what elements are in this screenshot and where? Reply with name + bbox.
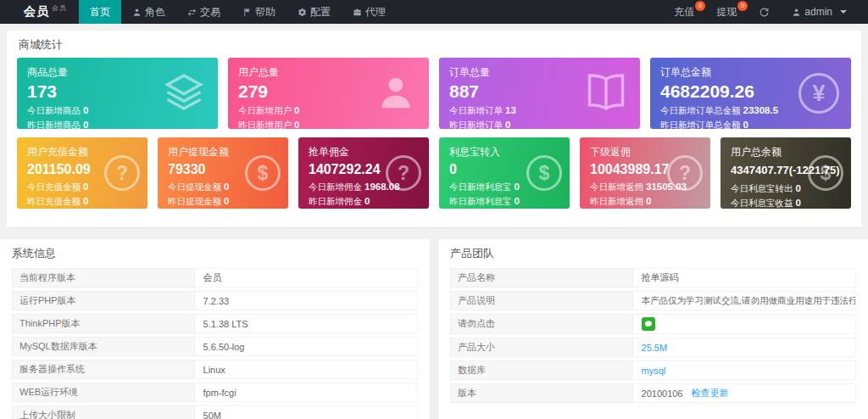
product-size-link[interactable]: 25.5M	[642, 343, 668, 353]
row-label: 产品名称	[450, 268, 633, 288]
stat-line-value: 23308.5	[743, 105, 779, 115]
nav-item-label: 配置	[310, 5, 331, 20]
stat-line-value: 0	[505, 120, 510, 129]
table-row: MySQL数据库版本 5.6.50-log	[12, 337, 418, 356]
stat-line-label: 昨日新增订单	[449, 120, 503, 129]
stat-line-label: 今日新增利息宝	[449, 182, 512, 192]
stat-line-label: 昨日新增佣金	[309, 196, 362, 206]
stat-line-label: 昨日新增订单总金额	[660, 120, 741, 129]
stat-line-label: 昨日充值金额	[27, 196, 81, 206]
database-link[interactable]: mysql	[642, 366, 666, 376]
exchange-icon	[187, 8, 197, 17]
system-info-title: 系统信息	[0, 239, 430, 266]
stat-line-value: 0	[294, 120, 299, 129]
recharge-label: 充值	[674, 5, 694, 20]
briefcase-icon	[353, 8, 362, 17]
stats-row-2: 用户充值金额 201150.09 今日充值金额0 昨日充值金额0 ? 用户提现金…	[7, 137, 861, 209]
yuan-circle-icon: ¥	[798, 73, 839, 114]
flag-icon	[242, 8, 252, 17]
stat-line-label: 今日新增用户	[238, 105, 292, 115]
bottom-section: 系统信息 当前程序版本 会员 运行PHP版本 7.2.33 ThinkPHP版本…	[0, 239, 868, 419]
nav-item-trade[interactable]: 交易	[176, 0, 231, 24]
stat-card-rebate: 下级返佣 10043989.17 今日新增返佣31505.03 昨日新增返佣0 …	[580, 137, 710, 209]
recharge-badge: 0	[695, 1, 705, 11]
stat-card-withdraw-amount: 用户提现金额 79330 今日提现金额0 昨日提现金额0 $	[158, 137, 288, 209]
stat-card-recharge-amount: 用户充值金额 201150.09 今日充值金额0 昨日充值金额0 ?	[17, 137, 147, 209]
nav-item-agent[interactable]: 代理	[342, 0, 397, 24]
dollar-circle-icon: $	[808, 155, 843, 191]
top-navbar: 会员 会员 首页 角色 交易 帮助 配置 代理 充值 0	[0, 0, 868, 24]
stat-card-interest-in: 利息宝转入 0 今日新增利息宝0 昨日新增利息宝0 $	[439, 137, 570, 209]
row-label: 当前程序版本	[12, 268, 195, 288]
stat-line-value: 0	[83, 196, 88, 206]
nav-item-roles[interactable]: 角色	[121, 0, 176, 24]
table-row: WEB运行环境 fpm-fcgi	[12, 383, 418, 402]
user-menu[interactable]: admin	[781, 0, 858, 24]
stat-line-label: 今日利息宝收益	[731, 198, 793, 208]
row-label: 产品说明	[450, 291, 633, 310]
stats-row-1: 商品总量 173 今日新增商品0 昨日新增商品0 用户总量 279 今日新增用户…	[7, 58, 861, 129]
row-label: MySQL数据库版本	[12, 337, 195, 356]
stat-card-total-balance: 用户总余额 4347407.77(-1221.75) 今日利息宝转出0 今日利息…	[721, 137, 851, 209]
table-row: 当前程序版本 会员	[12, 268, 418, 288]
stat-line-value: 0	[646, 196, 651, 206]
stat-line-label: 昨日新增用户	[238, 120, 292, 129]
stat-line-value: 0	[83, 182, 88, 192]
book-icon	[584, 70, 628, 117]
stat-card-commission: 抢单佣金 1407292.24 今日新增佣金1968.08 昨日新增佣金0 ?	[298, 137, 429, 209]
dollar-circle-icon: $	[245, 155, 281, 191]
stat-line-value: 0	[294, 105, 299, 115]
user-icon	[792, 8, 801, 17]
person-icon	[132, 8, 142, 17]
row-value: 5.1.38 LTS	[203, 319, 248, 329]
refresh-icon	[759, 7, 770, 18]
product-team-table: 产品名称 抢单源码 产品说明 本产品仅为学习测试交流,请勿用做商业用途用于违法行…	[438, 266, 868, 403]
row-label: 数据库	[450, 360, 633, 380]
row-value: 本产品仅为学习测试交流,请勿用做商业用途用于违法行为,一切后果自负	[642, 295, 856, 307]
table-row: 数据库 mysql	[450, 360, 856, 380]
wechat-icon[interactable]	[642, 317, 655, 331]
table-row: 产品大小 25.5M	[450, 338, 856, 357]
stat-line-label: 昨日新增商品	[27, 120, 81, 129]
table-row: 版本 20100106 检查更新	[450, 383, 856, 403]
row-value: 会员	[203, 271, 222, 284]
system-info-table: 当前程序版本 会员 运行PHP版本 7.2.33 ThinkPHP版本 5.1.…	[0, 266, 430, 419]
nav-item-label: 首页	[90, 5, 110, 20]
brand[interactable]: 会员 会员	[0, 0, 79, 24]
nav-item-home[interactable]: 首页	[79, 0, 121, 24]
stat-line-label: 今日新增返佣	[590, 182, 643, 192]
recharge-button[interactable]: 充值 0	[663, 0, 705, 24]
question-circle-icon: ?	[667, 155, 703, 191]
stats-panel: 商城统计 商品总量 173 今日新增商品0 昨日新增商品0 用户总量 279 今…	[7, 31, 861, 227]
stat-card-orders: 订单总量 887 今日新增订单13 昨日新增订单0	[439, 58, 640, 129]
stat-line-value: 0	[224, 196, 229, 206]
nav-menu: 首页 角色 交易 帮助 配置 代理	[79, 0, 397, 24]
table-row: 请勿点击	[450, 314, 856, 334]
stat-line-value: 0	[224, 182, 229, 192]
brand-title: 会员	[24, 4, 49, 20]
stat-line-value: 13	[505, 105, 516, 115]
stat-line-label: 今日充值金额	[27, 182, 81, 192]
row-label: 上传大小限制	[12, 405, 195, 419]
nav-right: 充值 0 提现 0 admin	[663, 0, 868, 24]
row-value: 50M	[203, 411, 221, 419]
nav-item-help[interactable]: 帮助	[231, 0, 287, 24]
row-value: fpm-fcgi	[203, 388, 236, 398]
row-value: Linux	[203, 365, 225, 375]
row-label: 产品大小	[450, 338, 633, 357]
stat-line-label: 昨日提现金额	[168, 196, 221, 206]
withdraw-badge: 0	[737, 1, 748, 11]
stat-card-users: 用户总量 279 今日新增用户0 昨日新增用户0	[228, 58, 429, 129]
table-row: 上传大小限制 50M	[12, 405, 418, 419]
gear-icon	[298, 8, 307, 17]
stat-line-label: 今日新增订单	[449, 105, 503, 115]
withdraw-button[interactable]: 提现 0	[705, 0, 748, 24]
row-label: 版本	[450, 383, 633, 403]
check-update-link[interactable]: 检查更新	[692, 387, 729, 399]
stat-line-value: 0	[796, 183, 801, 193]
chevron-down-icon	[840, 10, 847, 14]
nav-item-label: 代理	[365, 5, 386, 20]
nav-item-config[interactable]: 配置	[287, 0, 342, 24]
refresh-button[interactable]	[748, 0, 781, 24]
stat-line-value: 0	[83, 105, 88, 115]
